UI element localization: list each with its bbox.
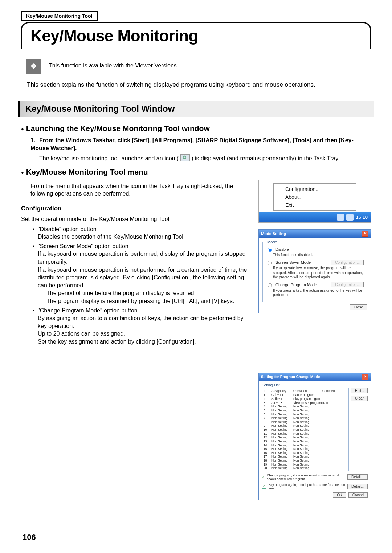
col-comment: Comment [322, 389, 347, 393]
step-1: From the Windows Taskbar, click [Start],… [30, 137, 354, 151]
context-menu-screenshot: Configuration... About... Exit 15:10 [258, 180, 371, 223]
col-id: ID [264, 389, 271, 393]
ssm-desc: If you operate key or mouse, the program… [273, 266, 364, 280]
table-row[interactable]: 9Non SettingNon Setting [263, 424, 348, 428]
intro-note: This function is available with the View… [49, 59, 178, 69]
clear-button[interactable]: Clear [351, 396, 368, 401]
radio-ssm-label: Screen Saver Mode [275, 260, 311, 265]
detail-button-2[interactable]: Detail... [347, 484, 368, 489]
tool-tray-icon [180, 154, 190, 161]
ctx-about[interactable]: About... [274, 193, 356, 201]
title-box: Key/Mouse Monitoring [21, 22, 371, 49]
cpm-configuration-button[interactable]: Configuration... [331, 282, 364, 287]
close-button[interactable]: Close [350, 304, 367, 310]
mode-setting-title: Mode Setting [261, 232, 286, 236]
radio-screen-saver-mode[interactable] [268, 261, 272, 265]
header-tab: Key/Mouse Monitoring Tool [21, 11, 98, 21]
page-number: 106 [23, 533, 36, 542]
checkbox-change-on-mouse-label: Change program, if a mouse event comes w… [267, 474, 347, 481]
radio-disable[interactable] [268, 247, 272, 252]
context-menu: Configuration... About... Exit [273, 183, 356, 211]
table-row[interactable]: 10Non SettingNon Setting [263, 428, 348, 432]
viewer-versions-icon: ❖ [26, 59, 41, 74]
bullet-screen-saver-mode: "Screen Saver Mode" option button If a k… [31, 242, 252, 305]
col-operation: Operation [293, 389, 322, 393]
checkbox-change-on-mouse[interactable]: ✓ [262, 475, 265, 479]
ssm-configuration-button[interactable]: Configuration... [331, 260, 364, 265]
table-row[interactable]: 18Non SettingNon Setting [263, 459, 348, 463]
page-title: Key/Mouse Monitoring [30, 27, 198, 45]
menu-intro: From the menu that appears when the icon… [30, 182, 252, 198]
cpm-desc: If you press a key, the action assigned … [273, 288, 364, 298]
radio-disable-label: Disable [275, 247, 289, 251]
table-row[interactable]: 11Non SettingNon Setting [263, 432, 348, 436]
bullet-disable: "Disable" option button Disables the ope… [31, 225, 252, 241]
table-row[interactable]: 6Non SettingNon Setting [263, 413, 348, 417]
radio-change-program-mode[interactable] [268, 283, 272, 287]
col-assign-key: Assign key [271, 389, 293, 393]
table-row[interactable]: 17Non SettingNon Setting [263, 455, 348, 459]
bullet-ssm-sub2: The program display is resumed by pressi… [46, 297, 252, 305]
section-explanation: This section explains the function of sw… [27, 81, 371, 89]
configuration-heading: Configuration [21, 205, 252, 212]
mode-setting-dialog: Mode Setting ✕ Mode Disable [258, 229, 371, 313]
detail-button-1[interactable]: Detail... [347, 474, 368, 480]
table-row[interactable]: 13Non SettingNon Setting [263, 439, 348, 443]
table-row[interactable]: 14Non SettingNon Setting [263, 443, 348, 447]
close-icon[interactable]: ✕ [362, 231, 368, 237]
checkbox-play-again-label: Play program again, if no input has come… [268, 483, 347, 490]
disable-desc: This function is disabled. [273, 253, 364, 258]
table-row[interactable]: 16Non SettingNon Setting [263, 451, 348, 455]
program-change-mode-title: Setting for Program Change Mode [261, 375, 320, 379]
mode-legend: Mode [266, 240, 279, 244]
ctx-exit[interactable]: Exit [274, 201, 356, 209]
bullet-ssm-sub1: The period of time before the program di… [46, 289, 252, 297]
table-row[interactable]: 4Non SettingNon Setting [263, 405, 348, 409]
table-row[interactable]: 12Non SettingNon Setting [263, 435, 348, 439]
edit-button[interactable]: Edit... [351, 388, 368, 393]
step-1-detail: The key/mouse monitoring tool launches a… [39, 154, 371, 163]
close-icon[interactable]: ✕ [362, 374, 368, 380]
table-row[interactable]: 1Ctrl + F1Pause program [263, 393, 348, 397]
section-heading: Key/Mouse Monitoring Tool Window [18, 101, 374, 117]
table-row[interactable]: 5Non SettingNon Setting [263, 409, 348, 413]
table-row[interactable]: 20Non SettingNon Setting [263, 466, 348, 470]
subsection-menu: Key/Mouse Monitoring Tool menu [21, 168, 371, 176]
table-row[interactable]: 2Shift + F1Play program again [263, 397, 348, 401]
radio-cpm-label: Change Program Mode [275, 283, 317, 287]
table-row[interactable]: 3Alt + F3View preset programID = 1 [263, 401, 348, 405]
subsection-launch: Launching the Key/Mouse Monitoring Tool … [21, 124, 371, 133]
ctx-configuration[interactable]: Configuration... [274, 185, 356, 193]
cancel-button[interactable]: Cancel [348, 492, 368, 498]
checkbox-play-again[interactable]: ✓ [262, 484, 266, 489]
table-row[interactable]: 8Non SettingNon Setting [263, 420, 348, 424]
program-change-mode-dialog: Setting for Program Change Mode ✕ Settin… [258, 373, 371, 500]
setting-list-table[interactable]: ID Assign key Operation Comment 1Ctrl + … [262, 388, 349, 471]
bullet-change-program-mode: "Change Program Mode" option button By a… [31, 307, 252, 346]
tool-tray-icon[interactable] [346, 214, 354, 221]
table-row[interactable]: 15Non SettingNon Setting [263, 447, 348, 451]
setting-list-label: Setting List [262, 383, 368, 387]
configuration-para: Set the operation mode of the Key/Mouse … [21, 215, 252, 223]
tray-arrow-icon[interactable] [337, 214, 344, 221]
table-row[interactable]: 7Non SettingNon Setting [263, 416, 348, 420]
ok-button[interactable]: OK [333, 492, 346, 498]
table-row[interactable]: 19Non SettingNon Setting [263, 463, 348, 467]
taskbar: 15:10 [259, 212, 371, 222]
taskbar-clock: 15:10 [356, 214, 368, 220]
